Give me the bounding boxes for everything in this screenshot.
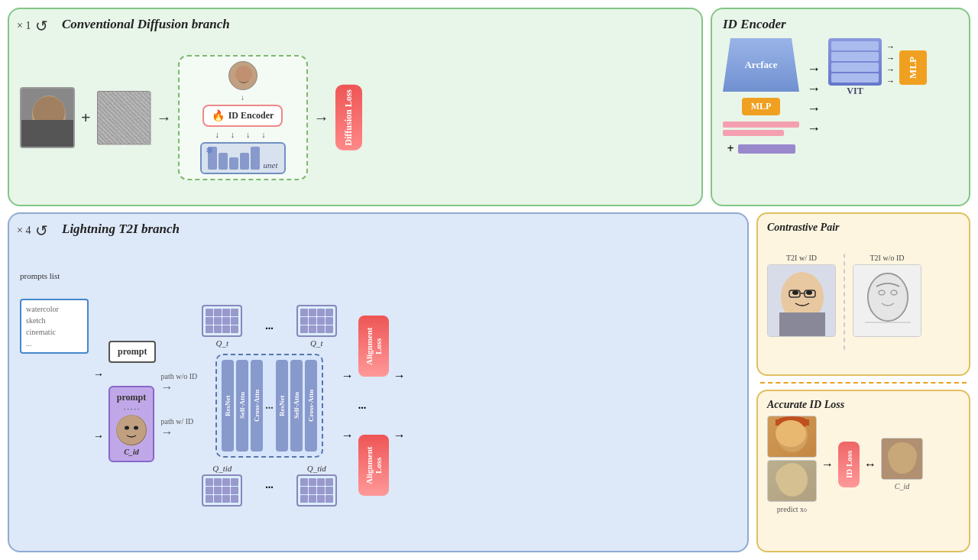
t2i-with-id-group: T2I w/ ID xyxy=(767,254,836,337)
repeat-x1-text: × 1 xyxy=(17,20,31,32)
generated-faces xyxy=(767,416,817,502)
conv-diff-branch: × 1 ↺ Conventional Diffusion branch xyxy=(8,8,703,206)
t2i-with-id-image xyxy=(767,264,836,337)
id-loss-box: ID Loss xyxy=(838,442,860,487)
id-encoder-mini-box: 🔥 ID Encoder xyxy=(202,105,283,127)
arrow-out-2: → xyxy=(393,429,406,442)
arcface-label: Arcface xyxy=(744,59,777,71)
svg-point-40 xyxy=(905,452,911,457)
unet-label: unet xyxy=(264,160,278,170)
cid-group: C_id xyxy=(881,438,923,490)
down-arrows: ↓ ↓ ↓ ↓ xyxy=(215,130,270,139)
svg-point-12 xyxy=(134,426,138,430)
repeat-arrow-circle: ↺ xyxy=(35,17,48,35)
prompts-text: watercolorsketchcinematic... xyxy=(26,303,83,349)
left-right-arrow: ↔ xyxy=(864,458,876,471)
dots-alignment: ... xyxy=(358,400,389,412)
qtid-label-1: Q_tid xyxy=(212,464,232,473)
qt-box-2: Q_t xyxy=(296,305,337,348)
svg-point-10 xyxy=(117,416,146,445)
plus-connector: + xyxy=(727,142,734,156)
id-encoder-inner: Arcface MLP + xyxy=(723,38,958,156)
repeat-x1-badge: × 1 ↺ xyxy=(17,17,48,35)
prompt-box-white: prompt xyxy=(108,341,156,363)
svg-point-16 xyxy=(792,290,798,295)
plus-sign: + xyxy=(81,108,91,128)
id-encoder-unet-box: ↓ 🔥 ID Encoder ↓ ↓ ↓ ↓ ❄ xyxy=(178,55,308,180)
path-w-id-row: prompt · · · · · xyxy=(108,386,156,462)
svg-point-11 xyxy=(125,426,129,430)
arrow-out-1: → xyxy=(393,369,406,383)
repeat-x4-text: × 4 xyxy=(17,225,31,237)
purple-bar-bottom xyxy=(738,144,795,154)
svg-point-32 xyxy=(798,427,805,432)
vit-block xyxy=(828,38,882,86)
mlp-right-box: MLP xyxy=(899,50,927,85)
arrows-to-alignment: → → xyxy=(342,369,354,442)
arcface-block: Arcface xyxy=(723,38,799,92)
svg-point-3 xyxy=(40,109,46,114)
diffusion-loss-label: Diffusion Loss xyxy=(343,89,355,146)
path-wo-id-row: prompt xyxy=(108,341,156,363)
svg-point-31 xyxy=(789,427,795,432)
svg-point-1 xyxy=(32,95,66,134)
svg-point-39 xyxy=(895,452,900,457)
prompt-box-purple: prompt · · · · · xyxy=(108,386,154,462)
cross-attn-block-1: Cross-Attn xyxy=(251,360,263,452)
t2i-with-id-label: T2I w/ ID xyxy=(786,254,817,262)
svg-point-34 xyxy=(777,463,808,497)
vit-row-1 xyxy=(831,41,879,50)
svg-point-35 xyxy=(783,474,789,478)
path-wo-id-label: path w/o ID → xyxy=(160,372,197,394)
orange-divider xyxy=(760,382,967,384)
qt-box-1: Q_t xyxy=(202,305,242,348)
id-encoder-mini-label: ID Encoder xyxy=(228,110,274,121)
vit-label: VIT xyxy=(828,86,882,97)
path-labels: path w/o ID → path w/ ID → xyxy=(160,372,197,439)
accurate-id-panel: Accurate ID Loss xyxy=(756,390,970,553)
pink-bar-1 xyxy=(723,121,799,128)
t2i-without-id-group: T2I w/o ID xyxy=(853,254,921,337)
conv-diff-title: Conventional Diffusion branch xyxy=(62,17,691,32)
cross-attn-block-2: Cross-Attn xyxy=(305,360,317,452)
prompts-arrows: → → xyxy=(93,368,104,442)
prompt-purple-label: prompt xyxy=(117,392,146,403)
repeat-arrow-circle-4: ↺ xyxy=(35,222,48,240)
resnet-block-1: ResNet xyxy=(222,360,234,452)
small-face-input xyxy=(228,61,257,90)
t2i-without-id-label: T2I w/o ID xyxy=(870,254,905,262)
cid-face xyxy=(881,438,923,480)
arrow-align-2: → xyxy=(342,429,354,442)
pink-bar-2 xyxy=(723,130,784,136)
path-w-id-label: path w/ ID → xyxy=(160,417,197,439)
contrastive-images: T2I w/ ID xyxy=(767,240,960,350)
cid-label-accurate: C_id xyxy=(895,482,909,490)
conv-diff-content: + → xyxy=(20,55,691,180)
noise-input xyxy=(97,91,151,144)
dotted-separator xyxy=(844,254,845,350)
arrow-to-unet: → xyxy=(157,109,172,127)
right-arrow-2: → xyxy=(807,81,821,97)
qt-label-2: Q_t xyxy=(310,338,323,348)
double-arrow: ↔ xyxy=(864,458,876,471)
right-arrow-1: → xyxy=(807,61,821,77)
alignment-loss-1: Alignment Loss xyxy=(358,316,389,377)
qt-label-1: Q_t xyxy=(215,338,228,348)
top-row: × 1 ↺ Conventional Diffusion branch xyxy=(8,8,970,206)
qt-top-row: Q_t ... Q_t xyxy=(202,305,337,348)
prompts-list-box: watercolorsketchcinematic... xyxy=(20,299,89,354)
id-loss-label: ID Loss xyxy=(844,450,853,477)
arrow-align-1: → xyxy=(342,369,354,383)
diffusion-loss-box: Diffusion Loss xyxy=(335,85,362,151)
id-encoder-panel-title: ID Encoder xyxy=(723,17,958,32)
pink-bars xyxy=(723,121,799,136)
input-face-photo xyxy=(20,87,75,148)
svg-rect-30 xyxy=(776,419,809,426)
svg-rect-2 xyxy=(21,131,75,148)
svg-point-7 xyxy=(230,63,257,90)
qtid-box-1: Q_tid xyxy=(202,464,242,507)
svg-point-38 xyxy=(889,443,916,474)
alignment-col: Alignment Loss ... Alignment Loss xyxy=(358,316,389,496)
vit-mlp-group: VIT → → → → MLP xyxy=(828,38,927,97)
gen-face-2 xyxy=(767,460,817,502)
